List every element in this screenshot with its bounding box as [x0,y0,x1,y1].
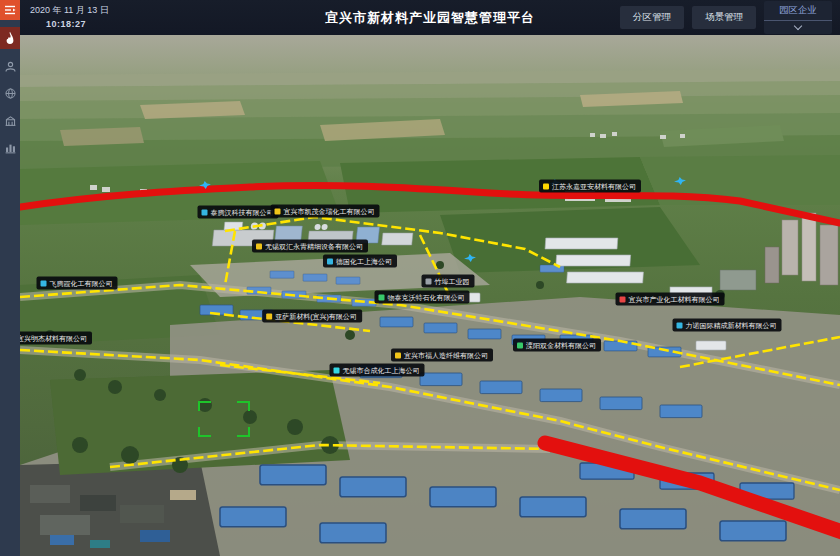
sidebar [0,0,20,556]
header: 2020 年 11 月 13 日 10:18:27 宜兴市新材料产业园智慧管理平… [20,0,840,35]
company-marker-icon [334,367,340,373]
company-label[interactable]: 物泰克沃特石化有限公司 [375,291,470,304]
company-label-text: 溧阳双金材料有限公司 [526,342,596,349]
company-marker-icon [202,209,208,215]
zone-manage-button[interactable]: 分区管理 [620,6,684,29]
company-label[interactable]: 亚萨新材料(宜兴)有限公司 [262,310,362,323]
company-label[interactable]: 宜兴市凯茂金瑞化工有限公司 [271,205,380,218]
company-label-text: 宜兴市凯茂金瑞化工有限公司 [284,208,375,215]
company-marker-icon [426,278,432,284]
flame-icon[interactable] [0,27,20,49]
company-label-text: 泰腾汉科技有限公司 [211,209,274,216]
datetime: 2020 年 11 月 13 日 10:18:27 [20,4,109,31]
company-label-text: 竹埠工业园 [435,278,470,285]
company-label-text: 江苏永嘉亚安材料有限公司 [552,183,636,190]
map-3d-view[interactable]: 泰腾汉科技有限公司宜兴市凯茂金瑞化工有限公司无锡双汇永青精细设备有限公司德国化工… [20,35,840,556]
date-text: 2020 年 11 月 13 日 [30,5,109,15]
company-label-text: 宜兴明杰材料有限公司 [20,335,87,342]
company-label[interactable]: 江苏永嘉亚安材料有限公司 [539,180,641,193]
header-actions: 分区管理 场景管理 园区企业 [620,1,840,34]
park-company-dropdown[interactable]: 园区企业 [764,1,832,34]
company-label[interactable]: 泰腾汉科技有限公司 [198,206,279,219]
company-label-text: 无锡双汇永青精细设备有限公司 [265,243,363,250]
company-label[interactable]: 竹埠工业园 [422,275,475,288]
company-label[interactable]: 力诺国际精成新材料有限公司 [673,319,782,332]
company-label-text: 力诺国际精成新材料有限公司 [686,322,777,329]
company-marker-icon [543,183,549,189]
factory-icon[interactable] [0,110,20,130]
company-marker-icon [517,342,523,348]
chevron-down-icon [794,22,802,30]
company-label[interactable]: 德国化工上海公司 [323,255,397,268]
menu-icon[interactable] [0,0,20,20]
blue-3d-marker-icon[interactable] [674,176,687,186]
company-label[interactable]: 宜兴市产业化工材料有限公司 [616,293,725,306]
company-label-text: 亚萨新材料(宜兴)有限公司 [275,313,357,320]
company-label-text: 物泰克沃特石化有限公司 [388,294,465,301]
selection-brackets [198,401,250,437]
company-marker-icon [677,322,683,328]
map-overlays: 泰腾汉科技有限公司宜兴市凯茂金瑞化工有限公司无锡双汇永青精细设备有限公司德国化工… [20,35,840,556]
company-marker-icon [266,313,272,319]
user-icon[interactable] [0,56,20,76]
bar-chart-icon[interactable] [0,137,20,157]
company-label[interactable]: 溧阳双金材料有限公司 [513,339,601,352]
park-company-dropdown-label: 园区企业 [764,4,832,21]
company-marker-icon [395,352,401,358]
scene-manage-button[interactable]: 场景管理 [692,6,756,29]
company-label[interactable]: 无锡市合成化工上海公司 [330,364,425,377]
company-label[interactable]: 宜兴明杰材料有限公司 [20,332,92,345]
blue-3d-marker-icon[interactable] [464,253,477,263]
company-label[interactable]: 飞腾霞化工有限公司 [37,277,118,290]
company-label-text: 无锡市合成化工上海公司 [343,367,420,374]
company-label-text: 宜兴市产业化工材料有限公司 [629,296,720,303]
company-label[interactable]: 无锡双汇永青精细设备有限公司 [252,240,368,253]
company-marker-icon [327,258,333,264]
company-label[interactable]: 宜兴市福人造纤维有限公司 [391,349,493,362]
company-marker-icon [379,294,385,300]
globe-icon[interactable] [0,83,20,103]
company-marker-icon [275,208,281,214]
time-text: 10:18:27 [46,19,86,29]
company-label-text: 飞腾霞化工有限公司 [50,280,113,287]
blue-3d-marker-icon[interactable] [199,180,212,190]
company-label-text: 德国化工上海公司 [336,258,392,265]
company-label-text: 宜兴市福人造纤维有限公司 [404,352,488,359]
company-marker-icon [41,280,47,286]
company-marker-icon [256,243,262,249]
company-marker-icon [620,296,626,302]
